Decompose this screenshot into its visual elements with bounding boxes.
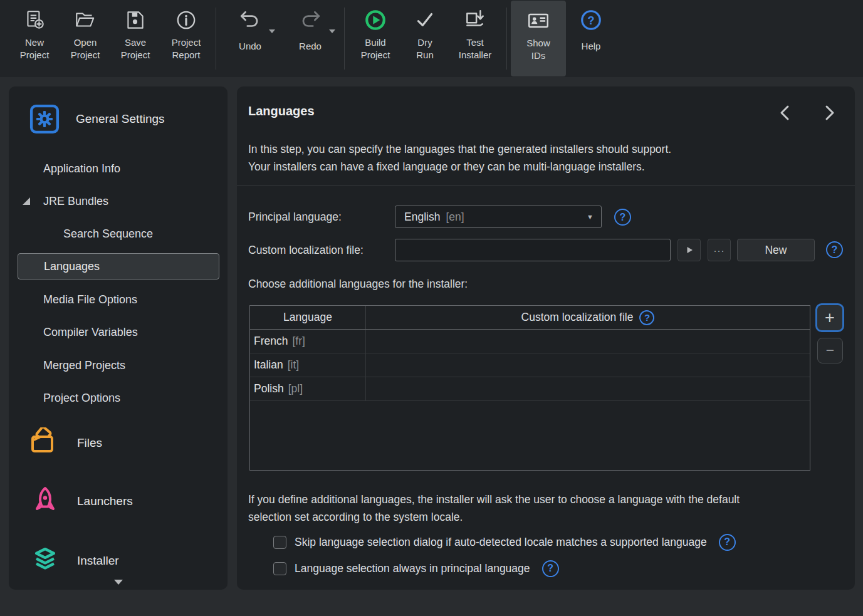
languages-note: If you define additional languages, the …	[248, 491, 740, 526]
language-name: French	[254, 335, 288, 348]
skip-language-dialog-row: Skip language selection dialog if auto-d…	[273, 533, 736, 551]
previous-step-button[interactable]	[775, 102, 796, 123]
undo-label: Undo	[239, 40, 261, 53]
custom-file-cell[interactable]	[366, 353, 810, 377]
show-ids-icon	[526, 9, 550, 33]
sidebar-item-project-options[interactable]: Project Options	[43, 389, 120, 407]
sidebar-item-compiler-variables[interactable]: Compiler Variables	[43, 323, 138, 341]
sidebar-item-merged-projects[interactable]: Merged Projects	[43, 357, 125, 374]
chevron-right-icon	[820, 103, 839, 122]
skip-language-dialog-label: Skip language selection dialog if auto-d…	[295, 536, 707, 549]
table-row[interactable]: Italian [it]	[250, 353, 810, 377]
chevron-left-icon	[776, 103, 795, 122]
redo-icon	[298, 8, 322, 32]
svg-text:?: ?	[587, 14, 594, 27]
undo-dropdown-caret-icon[interactable]	[269, 33, 275, 45]
sidebar-item-installer-label: Installer	[77, 554, 119, 568]
principal-language-help-icon[interactable]: ?	[614, 209, 631, 226]
open-project-button[interactable]: OpenProject	[60, 0, 110, 77]
toolbar-separator	[216, 8, 216, 70]
divider	[237, 185, 855, 185]
sidebar-item-application-info[interactable]: Application Info	[43, 160, 120, 177]
sidebar-item-installer[interactable]: Installer	[29, 545, 119, 577]
sidebar-item-files[interactable]: Files	[29, 427, 102, 459]
table-row[interactable]: French [fr]	[250, 330, 810, 353]
build-project-icon	[364, 8, 387, 32]
custom-localization-file-label: Custom localization file:	[248, 239, 364, 261]
add-language-button[interactable]: +	[815, 303, 844, 332]
redo-label: Redo	[299, 40, 322, 53]
principal-language-selection-label: Language selection always in principal l…	[295, 562, 530, 575]
play-icon	[685, 246, 694, 254]
sidebar-item-search-sequence[interactable]: Search Sequence	[63, 225, 153, 243]
open-localization-file-button[interactable]	[677, 239, 701, 261]
chevron-down-icon: ▼	[587, 213, 594, 221]
gear-icon	[29, 104, 60, 134]
toolbar-separator	[344, 8, 345, 70]
expanded-triangle-icon[interactable]	[22, 197, 31, 206]
language-code: [pl]	[288, 382, 303, 395]
redo-dropdown-caret-icon[interactable]	[329, 33, 335, 45]
principal-language-select[interactable]: English [en] ▼	[395, 206, 602, 228]
save-project-label: SaveProject	[121, 36, 150, 61]
table-row[interactable]: Polish [pl]	[250, 377, 810, 401]
ellipsis-icon: ···	[714, 245, 725, 256]
new-project-button[interactable]: NewProject	[9, 0, 60, 77]
test-installer-button[interactable]: TestInstaller	[447, 0, 503, 77]
custom-localization-file-input[interactable]	[395, 239, 671, 261]
principal-language-code: [en]	[446, 211, 464, 224]
build-project-button[interactable]: BuildProject	[348, 0, 402, 77]
new-localization-file-button[interactable]: New	[737, 239, 815, 261]
additional-languages-label: Choose additional languages for the inst…	[248, 278, 468, 291]
undo-button[interactable]: Undo	[220, 0, 280, 77]
dry-run-button[interactable]: DryRun	[402, 0, 447, 77]
principal-language-selection-help-icon[interactable]: ?	[542, 560, 559, 577]
browse-file-button[interactable]: ···	[708, 239, 731, 261]
new-project-icon	[23, 8, 46, 32]
sidebar: General Settings Application Info JRE Bu…	[9, 86, 228, 590]
show-ids-button[interactable]: ShowIDs	[511, 1, 566, 76]
open-project-label: OpenProject	[71, 36, 100, 61]
column-header-custom-file: Custom localization file ?	[366, 306, 810, 329]
sidebar-item-media-file-options[interactable]: Media File Options	[43, 291, 137, 308]
sidebar-item-launchers[interactable]: Launchers	[29, 486, 133, 517]
sidebar-item-general-settings[interactable]: General Settings	[29, 104, 165, 134]
build-project-label: BuildProject	[361, 36, 390, 61]
help-label: Help	[582, 40, 601, 53]
next-step-button[interactable]	[819, 102, 840, 123]
toolbar-separator	[506, 8, 507, 70]
language-code: [it]	[288, 358, 299, 372]
principal-language-selection-checkbox[interactable]	[273, 562, 286, 575]
sidebar-item-jre-bundles[interactable]: JRE Bundles	[43, 192, 108, 210]
custom-file-column-help-icon[interactable]: ?	[639, 310, 654, 325]
principal-language-value: English	[404, 211, 440, 224]
project-report-button[interactable]: ProjectReport	[160, 0, 212, 77]
redo-button[interactable]: Redo	[280, 0, 340, 77]
open-project-icon	[73, 8, 97, 32]
sidebar-item-languages[interactable]: Languages	[18, 253, 219, 279]
skip-language-dialog-help-icon[interactable]: ?	[719, 534, 736, 551]
skip-language-dialog-checkbox[interactable]	[273, 536, 286, 549]
test-installer-icon	[463, 8, 487, 32]
languages-panel: Languages In this step, you can specify …	[237, 86, 855, 590]
custom-localization-help-icon[interactable]: ?	[826, 241, 843, 258]
help-button[interactable]: ? Help	[566, 0, 616, 77]
layers-icon	[29, 545, 61, 577]
column-header-language: Language	[250, 306, 366, 329]
project-report-label: ProjectReport	[172, 36, 201, 61]
custom-file-cell[interactable]	[366, 330, 810, 353]
table-header-row: Language Custom localization file ?	[250, 306, 810, 330]
custom-file-cell[interactable]	[366, 377, 810, 400]
sidebar-item-launchers-label: Launchers	[77, 494, 133, 508]
app-window: { "icons": { "question": "?", "plus": "+…	[0, 0, 863, 616]
help-icon: ?	[579, 8, 603, 32]
save-project-button[interactable]: SaveProject	[110, 0, 160, 77]
remove-language-button[interactable]: −	[817, 338, 843, 363]
page-title: Languages	[248, 104, 315, 118]
principal-language-selection-row: Language selection always in principal l…	[273, 559, 559, 578]
rocket-icon	[29, 486, 61, 517]
dry-run-label: DryRun	[416, 36, 434, 61]
principal-language-label: Principal language:	[248, 206, 342, 228]
sidebar-scroll-down-button[interactable]	[9, 580, 228, 585]
sidebar-item-general-settings-label: General Settings	[76, 112, 165, 126]
